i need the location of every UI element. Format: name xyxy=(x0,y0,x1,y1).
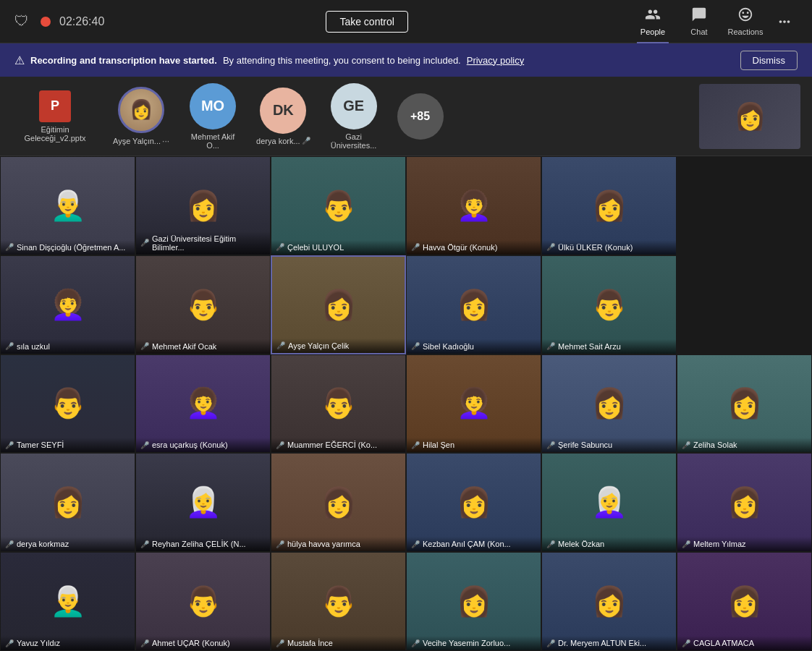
more-button[interactable] xyxy=(769,0,800,43)
dismiss-button[interactable]: Dismiss xyxy=(740,51,798,70)
cell-name-ulku: Ülkü ÜLKER (Konuk) xyxy=(558,243,633,252)
video-cell-vecihe: 👩 🎤 Vecihe Yasemin Zorluo... xyxy=(406,552,541,651)
participant-mehmet[interactable]: MO Mehmet Akif O... xyxy=(184,83,242,150)
cell-name-muammer: Muammer EĞERCİ (Ko... xyxy=(287,441,377,449)
mic-icon-mehmetsait: 🎤 xyxy=(546,342,555,350)
video-cell-ulku: 👩 🎤 Ülkü ÜLKER (Konuk) xyxy=(541,156,677,255)
nav-reactions[interactable]: Reactions xyxy=(722,0,769,43)
video-cell-mehmetocak: 👨 🎤 Mehmet Akif Ocak xyxy=(135,255,271,354)
pptx-filename: Eğitimin Geleceği_v2.pptx xyxy=(12,125,98,142)
cell-overlay-serife: 🎤 Şerife Sabuncu xyxy=(542,438,676,452)
participant-gazi[interactable]: GE Gazi Üniversites... xyxy=(325,83,383,150)
privacy-policy-link[interactable]: Privacy policy xyxy=(467,55,524,66)
video-cell-gazi-edu: 👩 🎤 Gazi Üniversitesi Eğitim Bilimler... xyxy=(135,156,271,255)
cell-name-meryem: Dr. Meryem ALTUN Eki... xyxy=(558,639,646,647)
video-cell-sinan: 👨‍🦳 🎤 Sinan Dişçioğlu (Öğretmen A... xyxy=(0,156,135,255)
cell-overlay-ahmet: 🎤 Ahmet UÇAR (Konuk) xyxy=(136,636,270,650)
cell-name-esra: esra uçarkuş (Konuk) xyxy=(152,441,228,449)
cell-name-reyhan: Reyhan Zeliha ÇELİK (N... xyxy=(152,540,246,548)
video-cell-zeliha: 👩 🎤 Zeliha Solak xyxy=(677,354,812,454)
cell-overlay-esra: 🎤 esra uçarkuş (Konuk) xyxy=(136,438,270,452)
participants-strip: P Eğitimin Geleceği_v2.pptx 👩 Ayşe Yalçı… xyxy=(0,77,812,156)
self-view: 👩 xyxy=(699,84,800,149)
mic-icon-hulya: 🎤 xyxy=(276,540,284,548)
cell-name-havva: Havva Ötgür (Konuk) xyxy=(423,243,497,252)
mic-icon-melek: 🎤 xyxy=(546,540,555,548)
mic-icon-esra: 🎤 xyxy=(140,441,149,449)
cell-name-mehmetsait: Mehmet Sait Arzu xyxy=(558,342,621,351)
video-cell-reyhan: 👩‍🦳 🎤 Reyhan Zeliha ÇELİK (N... xyxy=(135,453,271,552)
cell-overlay-meryem: 🎤 Dr. Meryem ALTUN Eki... xyxy=(542,636,676,650)
cell-name-meltem: Meltem Yılmaz xyxy=(693,540,746,548)
mic-icon-mehmetocak: 🎤 xyxy=(140,342,149,350)
video-cell-kezban: 👩 🎤 Kezban Anıl ÇAM (Kon... xyxy=(406,453,541,552)
cell-name-zeliha: Zeliha Solak xyxy=(693,441,737,449)
mic-icon-tamer: 🎤 xyxy=(5,441,14,449)
video-cell-tamer: 👨 🎤 Tamer SEYFİ xyxy=(0,354,135,454)
video-cell-cagla: 👩 🎤 CAGLA ATMACA xyxy=(677,552,812,651)
cell-name-kezban: Kezban Anıl ÇAM (Kon... xyxy=(423,540,511,548)
video-cell-esra: 👩‍🦱 🎤 esra uçarkuş (Konuk) xyxy=(135,354,271,454)
video-cell-empty-r1 xyxy=(677,156,812,255)
cell-name-gazi-edu: Gazi Üniversitesi Eğitim Bilimler... xyxy=(152,234,266,252)
nav-people[interactable]: People xyxy=(630,0,676,43)
cell-name-melek: Melek Özkan xyxy=(558,540,604,548)
participant-derya[interactable]: DK derya kork... 🎤 xyxy=(256,88,310,145)
mic-icon-sila: 🎤 xyxy=(5,342,14,350)
cell-name-sibel: Sibel Kadıoğlu xyxy=(423,342,474,351)
record-indicator xyxy=(41,17,51,27)
cell-overlay-melek: 🎤 Melek Özkan xyxy=(542,537,676,551)
mic-icon-hilal: 🎤 xyxy=(411,441,420,449)
video-cell-ahmet: 👨 🎤 Ahmet UÇAR (Konuk) xyxy=(135,552,271,651)
gazi-avatar: GE xyxy=(331,83,377,129)
mic-icon-meryem: 🎤 xyxy=(546,639,555,647)
mehmet-avatar: MO xyxy=(190,83,236,129)
mic-icon-zeliha: 🎤 xyxy=(682,441,690,449)
cell-overlay-meltem: 🎤 Meltem Yılmaz xyxy=(677,537,811,551)
shared-file[interactable]: P Eğitimin Geleceği_v2.pptx xyxy=(12,90,98,142)
derya-avatar: DK xyxy=(260,88,306,134)
video-grid: 👨‍🦳 🎤 Sinan Dişçioğlu (Öğretmen A... 👩 🎤… xyxy=(0,156,812,651)
mic-icon-derya2: 🎤 xyxy=(5,540,14,548)
chat-label: Chat xyxy=(690,27,707,36)
mic-icon-reyhan: 🎤 xyxy=(140,540,149,548)
notification-bar: ⚠ Recording and transcription have start… xyxy=(0,43,812,77)
video-cell-sila: 👩‍🦱 🎤 sıla uzkul xyxy=(0,255,135,354)
nav-chat[interactable]: Chat xyxy=(676,0,722,43)
cell-overlay-gazi-edu: 🎤 Gazi Üniversitesi Eğitim Bilimler... xyxy=(136,231,270,255)
mic-icon-mustafa: 🎤 xyxy=(276,639,284,647)
cell-overlay-celebi: 🎤 Çelebi ULUYOL xyxy=(271,240,405,255)
cell-overlay-derya2: 🎤 derya korkmaz xyxy=(1,537,135,551)
mic-icon-meltem: 🎤 xyxy=(682,540,690,548)
cell-name-cagla: CAGLA ATMACA xyxy=(693,639,754,647)
mic-icon-vecihe: 🎤 xyxy=(411,639,420,647)
cell-name-sila: sıla uzkul xyxy=(17,342,50,351)
gazi-name: Gazi Üniversites... xyxy=(325,132,383,150)
mic-icon-sinan: 🎤 xyxy=(5,243,14,251)
video-cell-sibel: 👩 🎤 Sibel Kadıoğlu xyxy=(406,255,541,354)
participant-ayse[interactable]: 👩 Ayşe Yalçın... ··· xyxy=(113,87,169,146)
cell-overlay-tamer: 🎤 Tamer SEYFİ xyxy=(1,438,135,452)
cell-overlay-hulya: 🎤 hülya havva yarımca xyxy=(271,537,405,551)
video-cell-serife: 👩 🎤 Şerife Sabuncu xyxy=(541,354,677,454)
video-cell-empty-r2 xyxy=(677,255,812,354)
ayse-avatar: 👩 xyxy=(118,87,164,133)
mehmet-name: Mehmet Akif O... xyxy=(184,132,242,150)
video-cell-meryem: 👩 🎤 Dr. Meryem ALTUN Eki... xyxy=(541,552,677,651)
cell-overlay-aysecelik: 🎤 Ayşe Yalçın Çelik xyxy=(272,339,405,353)
cell-overlay-reyhan: 🎤 Reyhan Zeliha ÇELİK (N... xyxy=(136,537,270,551)
cell-overlay-yavuz: 🎤 Yavuz Yıldız xyxy=(1,636,135,650)
cell-name-vecihe: Vecihe Yasemin Zorluo... xyxy=(423,639,510,647)
pptx-icon: P xyxy=(39,90,71,122)
cell-name-ahmet: Ahmet UÇAR (Konuk) xyxy=(152,639,230,647)
mic-icon-gazi-edu: 🎤 xyxy=(140,239,149,247)
cell-overlay-mehmetocak: 🎤 Mehmet Akif Ocak xyxy=(136,339,270,354)
more-participants-badge[interactable]: +85 xyxy=(397,93,444,140)
chat-icon xyxy=(691,7,707,26)
cell-overlay-sibel: 🎤 Sibel Kadıoğlu xyxy=(407,339,541,354)
mic-icon-aysecelik: 🎤 xyxy=(276,341,285,349)
take-control-button[interactable]: Take control xyxy=(326,11,407,33)
shield-icon: 🛡 xyxy=(12,12,32,32)
cell-name-sinan: Sinan Dişçioğlu (Öğretmen A... xyxy=(17,243,125,252)
warning-icon: ⚠ xyxy=(14,54,25,67)
